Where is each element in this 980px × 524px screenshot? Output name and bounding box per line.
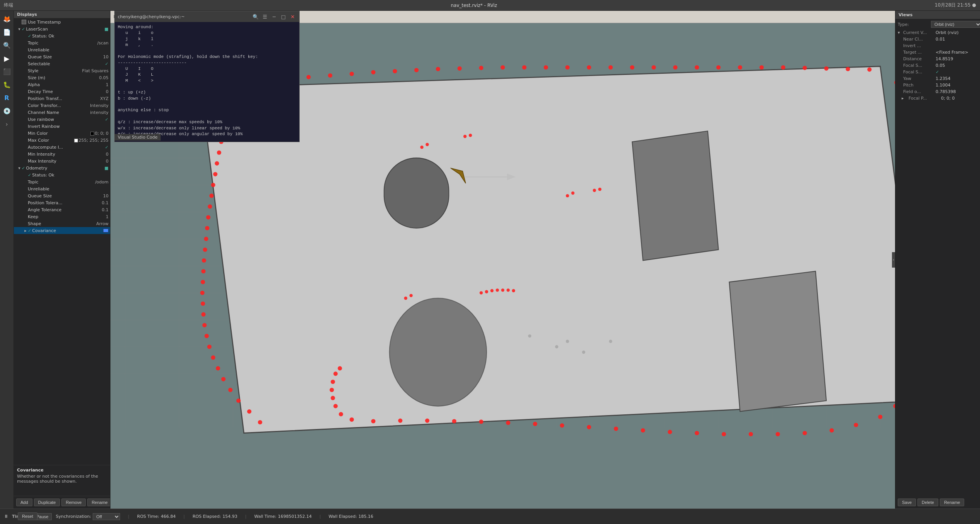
- focal-s2-row[interactable]: Focal S... ✓: [895, 69, 980, 75]
- terminal-content[interactable]: Moving around: u i o j k l m , . For Hol…: [115, 22, 299, 142]
- target-row[interactable]: Target ... <Fixed Frame>: [895, 49, 980, 56]
- laserscan-postransf-row[interactable]: Position Transf... XYZ: [14, 95, 110, 102]
- laserscan-style-row[interactable]: Style Flat Squares: [14, 67, 110, 74]
- odometry-topic-row[interactable]: Topic /odom: [14, 178, 110, 185]
- center-view[interactable]: chenyikeng@chenyikeng-vpc:~ 🔍 ☰ ─ □ ✕ Mo…: [110, 11, 895, 509]
- odometry-angletol-row[interactable]: Angle Tolerance 0.1: [14, 206, 110, 213]
- svg-point-161: [555, 345, 558, 348]
- collapse-handle[interactable]: ›: [892, 252, 895, 268]
- focal-s1-row[interactable]: Focal S... 0.05: [895, 62, 980, 69]
- dvd-icon[interactable]: 💿: [1, 105, 13, 117]
- focal-p-label: Focal P...: [909, 96, 939, 101]
- search-icon[interactable]: 🔍: [1, 39, 13, 51]
- laserscan-decaytime-row[interactable]: Decay Time 0: [14, 88, 110, 95]
- ros-elapsed-item: ROS Elapsed: 154.93: [193, 514, 237, 519]
- maximize-term-icon[interactable]: □: [280, 13, 287, 20]
- laserscan-check-box[interactable]: ■: [105, 27, 109, 32]
- fov-row[interactable]: Field o... 0.785398: [895, 88, 980, 95]
- svg-point-164: [609, 340, 612, 343]
- distance-row[interactable]: Distance 14.8519: [895, 56, 980, 62]
- near-clip-row[interactable]: Near Cl... 0.01: [895, 36, 980, 42]
- laserscan-alpha-row[interactable]: Alpha 1: [14, 81, 110, 88]
- svg-point-91: [614, 427, 618, 431]
- pitch-row[interactable]: Pitch 1.1004: [895, 82, 980, 88]
- covariance-toggle[interactable]: ▸: [23, 228, 28, 233]
- laserscan-maxintensity-row[interactable]: Max Intensity 0: [14, 158, 110, 164]
- laserscan-minintensity-row[interactable]: Min Intensity 0: [14, 151, 110, 158]
- laserscan-maxintensity-value: 0: [106, 159, 109, 164]
- laserscan-maxcolor-row[interactable]: Max Color 255; 255; 255: [14, 137, 110, 144]
- laserscan-colortransf-row[interactable]: Color Transfor... Intensity: [14, 102, 110, 109]
- odometry-row[interactable]: ▾ ✓ Odometry ■: [14, 164, 110, 171]
- svg-point-119: [201, 312, 205, 317]
- odometry-unreliable-row[interactable]: Unreliable: [14, 185, 110, 192]
- laserscan-topic-label: Topic: [28, 41, 96, 46]
- focal-p-row[interactable]: ▸ Focal P... 0; 0; 0: [895, 95, 980, 102]
- svg-point-122: [201, 280, 205, 284]
- views-rename-btn[interactable]: Rename: [940, 499, 965, 506]
- close-term-icon[interactable]: ✕: [289, 13, 296, 20]
- laserscan-unreliable-row[interactable]: Unreliable: [14, 46, 110, 53]
- search-term-icon[interactable]: 🔍: [252, 13, 259, 20]
- svg-point-88: [695, 431, 699, 435]
- odometry-postol-row[interactable]: Position Tolera... 0.1: [14, 199, 110, 206]
- odometry-keep-row[interactable]: Keep 1: [14, 213, 110, 220]
- duplicate-button[interactable]: Duplicate: [34, 499, 60, 506]
- sync-select[interactable]: Off Enabled: [93, 513, 120, 520]
- laserscan-label: LaserScan: [26, 27, 103, 32]
- rviz-icon[interactable]: R: [1, 92, 13, 103]
- remove-button[interactable]: Remove: [61, 499, 86, 506]
- svg-point-111: [236, 399, 241, 403]
- laserscan-row[interactable]: ▾ ✓ LaserScan ■: [14, 25, 110, 32]
- laserscan-queuesize-row[interactable]: Queue Size 10: [14, 53, 110, 60]
- tree-container[interactable]: Use Timestamp ▾ ✓ LaserScan ■ ✓ Status: …: [14, 19, 110, 465]
- minimize-term-icon[interactable]: ─: [271, 13, 278, 20]
- terminal-window[interactable]: chenyikeng@chenyikeng-vpc:~ 🔍 ☰ ─ □ ✕ Mo…: [114, 11, 300, 142]
- views-type-select[interactable]: Orbit (rviz) FPS (rviz) TopDownOrtho (rv…: [931, 21, 980, 28]
- laserscan-alpha-label: Alpha: [28, 82, 104, 87]
- views-save-btn[interactable]: Save: [898, 499, 916, 506]
- files-icon[interactable]: 📄: [1, 26, 13, 38]
- views-delete-btn[interactable]: Delete: [917, 499, 938, 506]
- laserscan-mincolor-row[interactable]: Min Color 0; 0; 0: [14, 130, 110, 137]
- arrow-icon[interactable]: ›: [1, 118, 13, 130]
- odometry-checkbox[interactable]: ■: [105, 166, 109, 171]
- odometry-toggle[interactable]: ▾: [17, 166, 22, 171]
- laserscan-maxintensity-label: Max Intensity: [28, 159, 104, 164]
- reset-btn[interactable]: Reset: [18, 512, 37, 520]
- fov-value: 0.785398: [936, 89, 956, 94]
- use-timestamp-row[interactable]: Use Timestamp: [14, 19, 110, 25]
- yaw-row[interactable]: Yaw 1.2354: [895, 75, 980, 82]
- svg-point-85: [776, 432, 780, 436]
- laserscan-selectable-row[interactable]: Selectable ✓: [14, 60, 110, 67]
- laserscan-autocompute-row[interactable]: Autocompute I... ✓: [14, 144, 110, 151]
- laserscan-userainbow-row[interactable]: Use rainbow ✓: [14, 116, 110, 123]
- covariance-row[interactable]: ▸ ✓ Covariance: [14, 227, 110, 234]
- invert-row[interactable]: Invert ...: [895, 42, 980, 49]
- right-panel: Views Type: Orbit (rviz) FPS (rviz) TopD…: [895, 11, 980, 509]
- extensions-icon[interactable]: ⬛: [1, 66, 13, 77]
- laserscan-toggle[interactable]: ▾: [17, 27, 22, 32]
- laserscan-invertrainbow-row[interactable]: Invert Rainbow: [14, 123, 110, 130]
- firefox-icon[interactable]: 🦊: [1, 13, 13, 25]
- desc-panel: Covariance Whether or not the covariance…: [14, 465, 110, 496]
- laserscan-topic-row[interactable]: Topic /scan: [14, 39, 110, 46]
- menu-term-icon[interactable]: ☰: [261, 13, 268, 20]
- rename-button[interactable]: Rename: [87, 499, 110, 506]
- views-buttons: Save Delete Rename: [895, 496, 980, 509]
- laserscan-size-value: 0.05: [99, 75, 109, 80]
- add-button[interactable]: Add: [16, 499, 32, 506]
- laserscan-size-row[interactable]: Size (m) 0.05: [14, 74, 110, 81]
- terminal2-icon[interactable]: ▶: [1, 53, 13, 64]
- use-timestamp-checkbox[interactable]: [22, 20, 26, 24]
- sidebar-header: Displays: [14, 11, 110, 19]
- odometry-queuesize-row[interactable]: Queue Size 10: [14, 192, 110, 199]
- svg-point-99: [398, 419, 402, 423]
- laserscan-channelname-row[interactable]: Channel Name intensity: [14, 109, 110, 116]
- svg-point-116: [207, 344, 212, 349]
- yaw-label: Yaw: [903, 76, 934, 81]
- svg-point-118: [202, 323, 207, 327]
- debug-icon[interactable]: 🐛: [1, 79, 13, 90]
- laserscan-queuesize-label: Queue Size: [28, 54, 102, 59]
- odometry-shape-row[interactable]: Shape Arrow: [14, 220, 110, 227]
